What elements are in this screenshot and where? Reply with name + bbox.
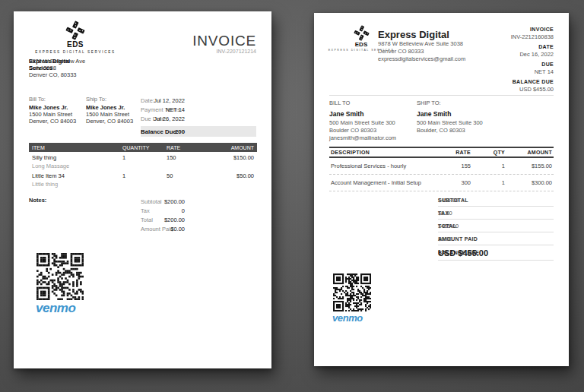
item-qty: 1	[472, 179, 506, 186]
ship-to-line: Boulder, CO 80303	[417, 127, 483, 134]
item-amount: $155.00	[506, 163, 554, 169]
totals-value: $455.00	[438, 197, 459, 204]
bill-to-name: Mike Jones Jr.	[29, 104, 76, 111]
bill-to-line: Boulder CO 80303	[329, 127, 396, 134]
company-address-line: Denver CO 80333	[378, 48, 465, 55]
ship-to-line: 500 Main Street Suite 300	[417, 119, 483, 127]
totals-value: $200.00	[141, 217, 185, 223]
totals-row-amount-paid: Amount Paid $0.00	[141, 224, 256, 233]
ship-to-block: SHIP TO: Jane Smith 500 Main Street Suit…	[417, 100, 483, 134]
table-row: Silly thing 1 150 $150.00	[29, 153, 257, 162]
column-header-item: ITEM	[29, 145, 119, 150]
sender-name: Express Digital Services	[29, 58, 85, 71]
line-items-table: ITEM QUANTITY RATE AMOUNT Silly thing 1 …	[29, 143, 257, 188]
invoice-meta-block: INVOICE INV-2212160838 DATE Dec 16, 2022…	[462, 23, 554, 93]
bill-to-line: 500 Main Street Suite 300	[329, 119, 396, 127]
ship-to-label: Ship To:	[86, 96, 133, 103]
column-header-rate: RATE	[427, 150, 472, 155]
invoice-number: INV-2212160838	[462, 33, 554, 40]
item-name: Little Item 34	[29, 172, 119, 179]
totals-row-tax: Tax 0	[141, 206, 256, 215]
ship-to-block: Ship To: Mike Jones Jr. 1500 Main Street…	[86, 96, 133, 125]
bill-to-name: Jane Smith	[329, 110, 396, 118]
qr-code	[333, 273, 371, 311]
ship-to-line: 1500 Main Street	[86, 111, 133, 118]
totals-row-subtotal: SUBTOTAL $455.00	[438, 194, 554, 207]
totals-row-tax: TAX $0.00	[438, 207, 554, 220]
bill-to-line: 1500 Main Street	[29, 111, 76, 118]
column-header-amount: AMOUNT	[209, 145, 257, 150]
totals-row-subtotal: Subtotal $200.00	[141, 197, 256, 206]
item-quantity: 1	[119, 154, 163, 161]
totals-row-amount-paid: AMOUNT PAID $0.00	[438, 232, 554, 245]
venmo-logo: venmo	[36, 301, 75, 316]
company-email: expressdigitalservices@gmail.com	[378, 55, 465, 63]
meta-row-due-date: Due Date: Jul 26, 2022	[141, 114, 256, 123]
balance-due-value: USD $455.00	[438, 248, 488, 258]
bill-to-email: janesmith@mailinator.com	[329, 134, 396, 142]
column-header-amount: AMOUNT	[506, 150, 554, 155]
bill-to-line: Denver, CO 84003	[29, 118, 76, 125]
item-rate: 150	[163, 154, 209, 161]
item-rate: 300	[427, 179, 472, 186]
balance-due-row: BALANCE DUE USD $455.00	[438, 245, 554, 261]
bill-to-label: Bill To:	[29, 96, 76, 103]
balance-due-row: Balance Due: 200	[141, 126, 256, 137]
item-description: Little thing	[29, 181, 119, 188]
balance-due-value: 200	[141, 128, 185, 135]
table-header-row: ITEM QUANTITY RATE AMOUNT	[29, 143, 257, 152]
logo-tagline: EXPRESS DIGITAL SERVICES	[26, 50, 125, 54]
balance-due-amount: USD $455.00	[462, 86, 554, 93]
totals-value: $0.00	[438, 236, 452, 242]
item-description: Account Management - Initial Setup	[329, 179, 427, 186]
item-amount: $150.00	[209, 154, 257, 161]
invoice-meta-block: Date: Jul 12, 2022 Payment Terms: NET 14…	[141, 96, 256, 137]
ship-to-label: SHIP TO:	[417, 100, 483, 107]
meta-row-terms: Payment Terms: NET 14	[141, 105, 256, 114]
ship-to-name: Mike Jones Jr.	[86, 104, 133, 111]
meta-row-date: Date: Jul 12, 2022	[141, 96, 256, 105]
table-row-description: Long Massage	[29, 162, 257, 170]
item-quantity: 1	[119, 172, 163, 179]
table-row: Professional Services - hourly 155 1 $15…	[329, 158, 554, 175]
meta-value: Jul 26, 2022	[141, 115, 185, 122]
bill-to-block: Bill To: Mike Jones Jr. 1500 Main Street…	[29, 96, 76, 125]
ship-to-name: Jane Smith	[417, 110, 483, 118]
header-divider	[329, 95, 554, 96]
desktop-background: { "colors": { "venmo_blue": "#3D95CE", "…	[0, 0, 584, 392]
meta-label-invoice: INVOICE	[462, 27, 554, 32]
totals-row-total: Total $200.00	[141, 215, 256, 224]
sender-address-block: Express Digital Services 9878 W Bellevie…	[29, 58, 85, 78]
eds-pinwheel-icon	[354, 25, 370, 41]
item-amount: $50.00	[209, 172, 257, 179]
logo-abbr: EDS	[26, 40, 125, 49]
column-header-rate: RATE	[163, 145, 209, 150]
totals-value: $0.00	[141, 226, 185, 232]
company-name: Express Digital	[378, 29, 465, 40]
qr-code	[36, 253, 84, 300]
company-logo: EDS EXPRESS DIGITAL SERVICES	[26, 21, 125, 54]
eds-pinwheel-icon	[65, 21, 85, 40]
company-address-line: 9878 W Belleview Ave Suite 3038	[378, 40, 465, 48]
item-rate: 155	[427, 163, 472, 169]
item-name: Silly thing	[29, 154, 119, 161]
meta-value: Jul 12, 2022	[141, 97, 185, 104]
invoice-page-left: EDS EXPRESS DIGITAL SERVICES INVOICE INV…	[14, 11, 271, 368]
table-row: Account Management - Initial Setup 300 1…	[329, 175, 554, 191]
item-rate: 50	[163, 172, 209, 179]
item-qty: 1	[472, 163, 506, 169]
line-items-table: DESCRIPTION RATE QTY AMOUNT Professional…	[329, 147, 554, 191]
totals-value: $0.00	[438, 210, 452, 217]
ship-to-line: Denver, CO 84003	[86, 118, 133, 125]
totals-value: $455.00	[438, 223, 459, 229]
table-row: Little Item 34 1 50 $50.00	[29, 171, 257, 180]
totals-block: Subtotal $200.00 Tax 0 Total $200.00 Amo…	[141, 197, 256, 233]
bill-to-block: BILL TO Jane Smith 500 Main Street Suite…	[329, 100, 396, 142]
sender-address-line: Denver CO, 80333	[29, 71, 85, 78]
bill-to-label: BILL TO	[329, 100, 396, 107]
payment-terms: NET 14	[462, 68, 554, 75]
totals-block: SUBTOTAL $455.00 TAX $0.00 TOTAL $455.00…	[438, 194, 554, 261]
column-header-quantity: QUANTITY	[119, 145, 163, 150]
invoice-date: Dec 16, 2022	[462, 51, 554, 58]
meta-value: NET 14	[141, 106, 185, 113]
